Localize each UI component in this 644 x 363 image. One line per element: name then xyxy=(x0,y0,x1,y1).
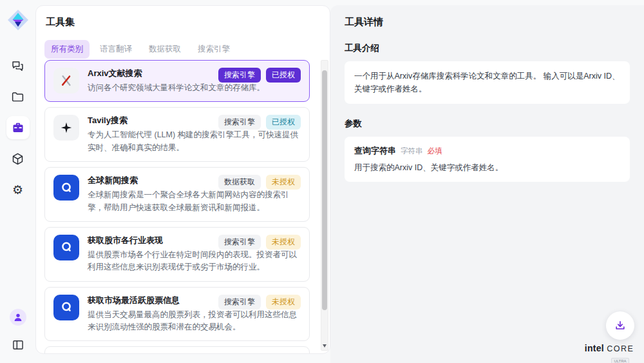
tab-search-engine[interactable]: 搜索引擎 xyxy=(191,40,236,59)
tool-card-most-active-stocks[interactable]: 获取市场最活跃股票信息 提供当天交易量最高的股票列表，投资者可以利用这些信息来识… xyxy=(44,287,310,342)
cube-icon[interactable] xyxy=(6,147,30,170)
news-q-icon xyxy=(59,300,74,315)
intro-heading: 工具介绍 xyxy=(345,43,630,54)
params-heading: 参数 xyxy=(345,118,630,130)
tool-card-stock-sector-performance[interactable]: 获取股市各行业表现 提供股票市场各个行业在特定时间段内的表现。投资者可以利用这些… xyxy=(44,227,310,282)
param-desc: 用于搜索的Arxiv ID、关键字或作者姓名。 xyxy=(354,162,620,173)
category-tabs: 所有类别语言翻译数据获取搜索引擎 xyxy=(44,40,236,59)
scrollbar[interactable] xyxy=(321,60,328,351)
scroll-up-icon[interactable] xyxy=(321,61,328,69)
folder-icon[interactable] xyxy=(6,85,30,108)
gear-icon[interactable]: ⚙ xyxy=(6,178,30,201)
auth-status-badge: 未授权 xyxy=(266,175,301,190)
param-card: 查询字符串 字符串 必填 用于搜索的Arxiv ID、关键字或作者姓名。 xyxy=(345,137,630,182)
chat-icon[interactable] xyxy=(6,54,30,77)
param-type: 字符串 xyxy=(401,146,423,156)
category-badge: 搜索引擎 xyxy=(218,295,261,309)
app-window: ⚙ 工具集 所有类别语言翻译数据获取搜索引擎 Arxiv文献搜索 访问各个研究领… xyxy=(0,0,644,363)
intel-word: intel xyxy=(585,343,604,353)
news-q-icon xyxy=(59,181,74,195)
intro-text: 一个用于从Arxiv存储库搜索科学论文和文章的工具。 输入可以是Arxiv ID… xyxy=(354,70,620,95)
category-badge: 搜索引擎 xyxy=(218,68,261,83)
auth-status-badge: 已授权 xyxy=(266,68,301,83)
scrollbar-thumb[interactable] xyxy=(322,70,327,310)
intel-core-logo: intel core ultra xyxy=(582,343,636,363)
arxiv-logo-icon xyxy=(59,73,74,88)
download-icon xyxy=(614,319,627,332)
intel-core-word: core xyxy=(607,344,634,353)
tool-card-arxiv-search[interactable]: Arxiv文献搜索 访问各个研究领域大量科学论文和文章的存储库。 搜索引擎 已授… xyxy=(44,60,310,102)
tab-all-categories[interactable]: 所有类别 xyxy=(44,40,90,59)
tool-description: 访问各个研究领域大量科学论文和文章的存储库。 xyxy=(88,82,301,94)
scroll-down-icon[interactable] xyxy=(321,342,328,349)
collapse-panel-icon[interactable] xyxy=(6,333,30,357)
tool-card-regional-news-query[interactable]: 万维地区新闻查询 查询具体行政区划内的新闻，快速了解各地新闻动 搜索引擎 未授权 xyxy=(44,346,310,353)
star-icon xyxy=(59,121,73,135)
category-badge: 数据获取 xyxy=(218,175,261,190)
page-title: 工具集 xyxy=(46,16,75,28)
tool-description: 提供股票市场各个行业在特定时间段内的表现。投资者可以利用这些信息来识别表现优于或… xyxy=(88,249,301,274)
tool-detail-panel: 工具详情 工具介绍 一个用于从Arxiv存储库搜索科学论文和文章的工具。 输入可… xyxy=(330,5,644,363)
tool-card-list: Arxiv文献搜索 访问各个研究领域大量科学论文和文章的存储库。 搜索引擎 已授… xyxy=(44,60,310,353)
detail-title: 工具详情 xyxy=(345,16,630,28)
tool-description: 全球新闻搜索是一个聚合全球各大新闻网站内容的搜索引擎，帮助用户快速获取全球最新资… xyxy=(88,189,301,214)
category-badge: 搜索引擎 xyxy=(218,235,261,250)
intro-card: 一个用于从Arxiv存储库搜索科学论文和文章的工具。 输入可以是Arxiv ID… xyxy=(345,61,630,104)
download-button[interactable] xyxy=(606,311,634,340)
auth-status-badge: 未授权 xyxy=(266,235,301,250)
tool-card-tavily-search[interactable]: Tavily搜索 专为人工智能代理 (LLM) 构建的搜索引擎工具，可快速提供实… xyxy=(44,107,310,162)
tab-data-fetching[interactable]: 数据获取 xyxy=(142,40,187,59)
intel-ultra-badge: ultra xyxy=(611,358,629,363)
tool-card-global-news-search[interactable]: 全球新闻搜索 全球新闻搜索是一个聚合全球各大新闻网站内容的搜索引擎，帮助用户快速… xyxy=(44,167,310,222)
sidebar: ⚙ xyxy=(0,0,35,363)
tool-list-panel: 工具集 所有类别语言翻译数据获取搜索引擎 Arxiv文献搜索 访问各个研究领域大… xyxy=(35,5,330,354)
news-q-icon xyxy=(59,240,74,255)
category-badge: 搜索引擎 xyxy=(218,115,261,130)
tool-description: 提供当天交易量最高的股票列表，投资者可以利用这些信息来识别流动性强的股票和潜在的… xyxy=(88,309,301,334)
tool-description: 专为人工智能代理 (LLM) 构建的搜索引擎工具，可快速提供实时、准确和真实的结… xyxy=(88,129,301,154)
param-required-badge: 必填 xyxy=(428,146,442,156)
user-avatar[interactable] xyxy=(10,309,26,326)
auth-status-badge: 已授权 xyxy=(266,115,301,130)
auth-status-badge: 未授权 xyxy=(266,295,301,309)
app-logo-icon xyxy=(6,8,30,32)
tab-language-translation[interactable]: 语言翻译 xyxy=(93,40,138,59)
param-name: 查询字符串 xyxy=(354,145,396,157)
toolbox-icon[interactable] xyxy=(6,116,30,139)
